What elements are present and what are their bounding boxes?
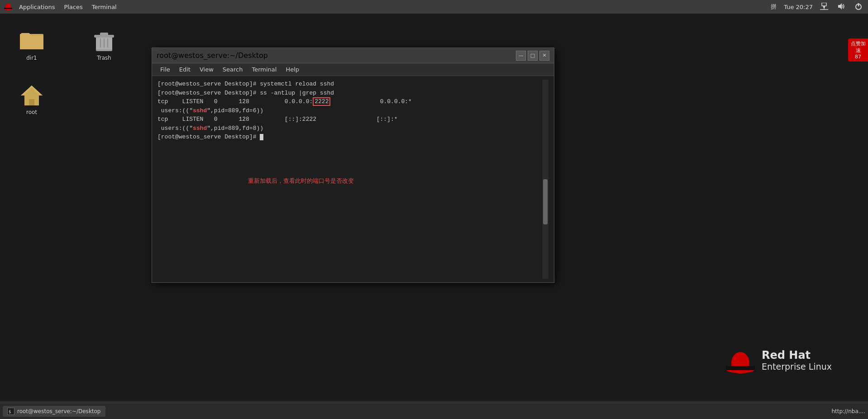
menu-places[interactable]: Places: [59, 3, 87, 11]
svg-point-23: [731, 352, 749, 374]
root-label: root: [26, 109, 37, 115]
taskbar-window-title: root@westos_serve:~/Desktop: [17, 408, 101, 414]
menu-applications[interactable]: Applications: [14, 3, 59, 11]
svg-rect-2: [4, 8, 12, 9]
redhat-text: Red Hat Enterprise Linux: [762, 349, 832, 371]
close-button[interactable]: ✕: [539, 51, 549, 61]
term-menu-view[interactable]: View: [195, 65, 218, 74]
network-svg: [820, 3, 828, 10]
terminal-menubar: File Edit View Search Terminal Help: [152, 63, 554, 76]
terminal-output: [root@westos_serve Desktop]# systemctl r…: [157, 80, 542, 279]
redhat-name: Red Hat: [762, 349, 832, 362]
taskbar-terminal-icon: $: [7, 408, 14, 415]
volume-icon[interactable]: [835, 2, 847, 12]
network-icon[interactable]: [818, 2, 830, 12]
svg-rect-3: [822, 3, 826, 6]
home-icon: [20, 84, 43, 107]
menu-terminal[interactable]: Terminal: [87, 3, 121, 11]
folder-svg: [20, 29, 43, 49]
svg-marker-7: [838, 3, 842, 10]
badge-text: 点赞加速: [849, 40, 867, 54]
trash-label: Trash: [97, 55, 111, 61]
floating-badge[interactable]: 点赞加速 87: [848, 38, 868, 62]
terminal-scrollbar[interactable]: [542, 80, 548, 279]
term-menu-file[interactable]: File: [156, 65, 175, 74]
desktop: dir1 Trash root: [0, 14, 868, 401]
menubar: Applications Places Terminal 拼 Tue 20:27: [0, 0, 868, 14]
redhat-logo-icon: [4, 2, 13, 11]
taskbar-url: http://nba....: [831, 408, 865, 414]
term-menu-terminal[interactable]: Terminal: [247, 65, 281, 74]
terminal-title: root@westos_serve:~/Desktop: [157, 51, 268, 60]
clock: Tue 20:27: [784, 4, 813, 10]
taskbar-right: http://nba....: [831, 408, 865, 414]
folder-icon: [20, 29, 43, 53]
trash-icon: [92, 29, 116, 53]
input-method-icon[interactable]: 拼: [769, 2, 778, 12]
home-svg: [20, 84, 43, 107]
svg-text:$: $: [9, 409, 11, 414]
taskbar-icon-svg: $: [8, 408, 14, 414]
power-svg: [854, 2, 863, 10]
dir1-label: dir1: [26, 55, 37, 61]
badge-number: 87: [849, 54, 867, 60]
redhat-hat-svg: [725, 347, 756, 374]
redhat-subtitle: Enterprise Linux: [762, 362, 832, 371]
taskbar: $ root@westos_serve:~/Desktop http://nba…: [0, 403, 868, 419]
term-menu-help[interactable]: Help: [281, 65, 304, 74]
desktop-icon-root[interactable]: root: [14, 84, 50, 115]
menubar-right: 拼 Tue 20:27: [769, 1, 864, 13]
svg-rect-20: [29, 99, 34, 105]
terminal-titlebar: root@westos_serve:~/Desktop — □ ✕: [152, 48, 554, 63]
svg-rect-15: [100, 33, 108, 36]
minimize-button[interactable]: —: [516, 51, 526, 61]
svg-rect-4: [823, 6, 825, 8]
scrollbar-thumb[interactable]: [543, 179, 548, 224]
power-icon[interactable]: [853, 1, 864, 13]
annotation-text: 重新加载后，查看此时的端口号是否改变: [248, 178, 354, 185]
maximize-button[interactable]: □: [528, 51, 538, 61]
desktop-icon-trash[interactable]: Trash: [86, 29, 122, 61]
trash-svg: [92, 29, 116, 53]
terminal-body[interactable]: [root@westos_serve Desktop]# systemctl r…: [152, 76, 554, 282]
desktop-icon-dir1[interactable]: dir1: [14, 29, 50, 61]
term-menu-edit[interactable]: Edit: [175, 65, 195, 74]
terminal-window: root@westos_serve:~/Desktop — □ ✕ File E…: [152, 48, 554, 283]
term-menu-search[interactable]: Search: [218, 65, 248, 74]
redhat-logo: Red Hat Enterprise Linux: [725, 347, 832, 374]
svg-rect-24: [726, 366, 755, 370]
svg-rect-12: [21, 33, 30, 37]
taskbar-window-item[interactable]: $ root@westos_serve:~/Desktop: [3, 406, 105, 417]
volume-svg: [837, 3, 845, 10]
